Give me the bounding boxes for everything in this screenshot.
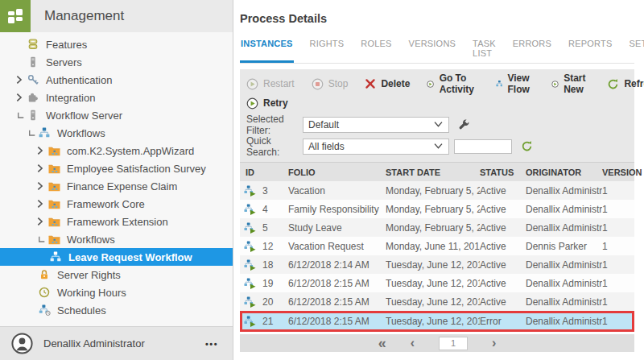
workflow-folder-icon: [48, 217, 61, 227]
sidebar-item-label: Servers: [46, 56, 82, 68]
sidebar-item-employee-satisfaction-survey[interactable]: Employee Satisfaction Survey: [0, 159, 233, 177]
chevron-right-icon[interactable]: [37, 217, 48, 226]
selected-filter-dropdown[interactable]: Default: [303, 117, 449, 133]
sidebar-item-label: Finance Expense Claim: [67, 180, 177, 192]
tab-reports[interactable]: REPORTS: [568, 39, 613, 63]
chevron-right-icon[interactable]: [16, 93, 27, 102]
sidebar-item-servers[interactable]: Servers: [0, 53, 233, 71]
table-header: ID FOLIO START DATE STATUS ORIGINATOR VE…: [240, 162, 634, 181]
sidebar-item-label: Server Rights: [57, 269, 121, 281]
sidebar-item-label: Employee Satisfaction Survey: [67, 163, 206, 175]
first-page-button[interactable]: «: [378, 336, 386, 350]
col-version[interactable]: VERSION: [602, 168, 634, 177]
instance-icon: [244, 259, 257, 271]
sidebar-item-features[interactable]: Features: [0, 35, 233, 53]
instance-icon: [244, 278, 257, 289]
app-title: Management: [44, 8, 124, 24]
col-status[interactable]: STATUS: [480, 168, 526, 177]
sidebar-item-finance-expense-claim[interactable]: Finance Expense Claim: [0, 177, 233, 195]
table-row-selected[interactable]: 21 6/12/2018 2:15 AM Tuesday, June 12, 2…: [240, 311, 634, 332]
filter-settings-wrench-icon[interactable]: [458, 118, 470, 130]
features-icon: [27, 39, 40, 50]
sidebar-item-schedules[interactable]: Schedules: [0, 301, 233, 319]
tab-roles[interactable]: ROLES: [360, 39, 392, 63]
chevron-right-icon[interactable]: [37, 146, 48, 155]
sidebar-item-workflows-folder[interactable]: Workflows: [0, 230, 233, 248]
delete-button[interactable]: Delete: [365, 78, 410, 89]
go-to-activity-button[interactable]: Go To Activity: [427, 72, 478, 95]
stop-button[interactable]: Stop: [312, 78, 349, 90]
sidebar-item-authentication[interactable]: Authentication: [0, 71, 233, 89]
main-panel: Process Details INSTANCES RIGHTS ROLES V…: [233, 0, 644, 360]
chevron-right-icon[interactable]: [37, 163, 48, 173]
sidebar-item-leave-request-workflow[interactable]: Leave Request Workflow: [0, 248, 233, 266]
next-page-button[interactable]: ›: [492, 337, 496, 350]
tab-versions[interactable]: VERSIONS: [408, 39, 456, 63]
sidebar-item-working-hours[interactable]: Working Hours: [0, 283, 233, 301]
table-row[interactable]: 20 6/12/2018 2:15 AM Tuesday, June 12, 2…: [240, 292, 634, 311]
retry-button[interactable]: Retry: [246, 97, 288, 110]
flow-orgchart-icon: [496, 78, 503, 89]
sidebar-item-workflow-server[interactable]: Workflow Server: [0, 106, 233, 124]
server-icon: [27, 110, 40, 121]
sidebar-item-label: Framework Core: [67, 198, 145, 210]
server-icon: [27, 56, 40, 68]
user-menu-button[interactable]: •••: [205, 339, 218, 349]
quick-search-field-dropdown[interactable]: All fields: [303, 139, 449, 155]
refresh-button[interactable]: Refresh: [607, 78, 644, 90]
tab-rights[interactable]: RIGHTS: [309, 39, 345, 63]
start-new-button[interactable]: Start New: [551, 72, 590, 95]
puzzle-icon: [27, 92, 40, 103]
sidebar-item-appwizard[interactable]: com.K2.System.AppWizard: [0, 142, 233, 159]
sidebar-item-server-rights[interactable]: Server Rights: [0, 266, 233, 283]
page-number-box[interactable]: 1: [439, 337, 468, 350]
avatar[interactable]: [11, 333, 33, 354]
page-title: Process Details: [240, 0, 634, 25]
chevron-right-icon[interactable]: [37, 199, 48, 209]
collapse-corner-icon[interactable]: [37, 235, 48, 244]
table-row[interactable]: 18 6/12/2018 2:14 AM Tuesday, June 12, 2…: [240, 255, 634, 274]
chevron-right-icon[interactable]: [16, 75, 27, 85]
sidebar-item-label: Working Hours: [57, 287, 126, 299]
tab-task-list[interactable]: TASK LIST: [472, 39, 497, 63]
table-row[interactable]: 5 Study Leave Monday, February 5, 20... …: [240, 218, 634, 237]
tab-errors[interactable]: ERRORS: [512, 39, 552, 63]
sidebar-item-label: Features: [46, 39, 87, 51]
restart-button[interactable]: Restart: [246, 78, 295, 90]
k2-logo-icon[interactable]: [0, 0, 31, 32]
prev-page-button[interactable]: ‹: [411, 337, 415, 350]
table-row[interactable]: 19 6/12/2018 2:15 AM Tuesday, June 12, 2…: [240, 274, 634, 292]
lock-icon: [39, 269, 52, 280]
clock-icon: [39, 287, 52, 298]
tab-settings[interactable]: SETTINGS: [628, 39, 644, 63]
sidebar-item-framework-extension[interactable]: Framework Extension: [0, 213, 233, 230]
table-row[interactable]: 4 Family Responsibility Monday, February…: [240, 200, 634, 218]
view-flow-button[interactable]: View Flow: [496, 72, 535, 95]
table-row[interactable]: 12 Vacation Request Monday, June 11, 201…: [240, 237, 634, 255]
quick-search-label: Quick Search:: [246, 135, 303, 158]
sidebar-item-label: Workflow Server: [46, 110, 122, 122]
instance-icon: [244, 185, 257, 197]
quick-search-input[interactable]: [454, 139, 512, 154]
sidebar: Management Features Servers Authenticati…: [0, 0, 233, 360]
chevron-down-icon: [433, 119, 444, 130]
col-start-date[interactable]: START DATE: [386, 168, 480, 177]
sidebar-item-framework-core[interactable]: Framework Core: [0, 195, 233, 213]
chevron-right-icon[interactable]: [37, 181, 48, 191]
schedule-icon: [39, 304, 52, 316]
instance-icon: [244, 222, 257, 234]
refresh-icon: [607, 78, 619, 90]
tab-instances[interactable]: INSTANCES: [240, 39, 294, 63]
collapse-corner-icon[interactable]: [27, 129, 39, 138]
col-id[interactable]: ID: [240, 168, 288, 177]
pagination-bar: « ‹ 1 ›: [240, 334, 634, 352]
sidebar-item-workflows[interactable]: Workflows: [0, 124, 233, 142]
table-row[interactable]: 3 Vacation Monday, February 5, 20... Act…: [240, 181, 634, 200]
play-circle-icon: [246, 78, 258, 90]
sidebar-item-integration[interactable]: Integration: [0, 89, 233, 106]
toolbar-area: Restart Stop Delete Go To Activity View …: [240, 69, 634, 162]
collapse-corner-icon[interactable]: [16, 111, 27, 120]
search-refresh-icon[interactable]: [521, 140, 533, 152]
col-originator[interactable]: ORIGINATOR: [526, 168, 602, 177]
col-folio[interactable]: FOLIO: [288, 168, 386, 177]
